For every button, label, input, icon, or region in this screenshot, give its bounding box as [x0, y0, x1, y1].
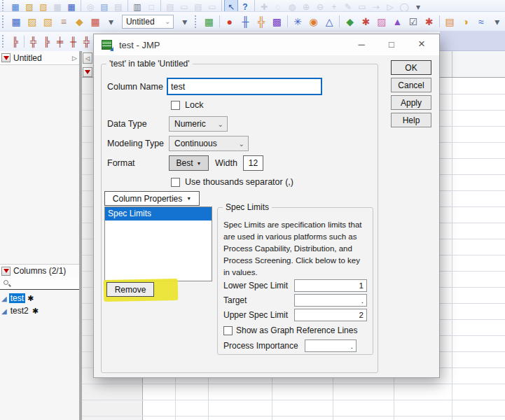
- panel-splitter[interactable]: [79, 51, 82, 420]
- surface-plot-icon[interactable]: ▨: [374, 13, 390, 30]
- layout-icon[interactable]: □: [144, 0, 158, 12]
- save-session-icon[interactable]: ◆: [71, 13, 88, 30]
- tabulate-icon[interactable]: ▤: [442, 13, 458, 30]
- continuous-column-icon: ◢: [1, 295, 7, 302]
- toolbar-overflow-icon[interactable]: ▾: [103, 13, 119, 30]
- annotate-tool-icon[interactable]: ▭: [355, 0, 369, 12]
- toolbar-overflow-icon[interactable]: ▾: [177, 13, 193, 30]
- doe-custom-design-icon[interactable]: ╠: [8, 34, 22, 49]
- pie-chart-icon[interactable]: ◑: [457, 13, 473, 30]
- open-script-icon[interactable]: ▨: [22, 0, 36, 12]
- ternary-plot-icon[interactable]: △: [321, 13, 338, 30]
- doe-screening-design-icon[interactable]: ╬: [27, 34, 40, 49]
- partition-icon[interactable]: ◆: [342, 13, 358, 30]
- brush-tool-icon[interactable]: ◍: [285, 0, 299, 12]
- paste-icon[interactable]: ▤: [111, 0, 125, 12]
- columns-red-triangle-button[interactable]: [1, 267, 11, 276]
- dialog-titlebar[interactable]: test - JMP ─□×: [94, 34, 439, 55]
- column-name: test2: [9, 306, 30, 316]
- new-data-table-icon[interactable]: ▦: [8, 0, 22, 12]
- copy-icon[interactable]: ▤: [97, 0, 111, 12]
- open-folder-icon[interactable]: ▧: [36, 0, 50, 12]
- toolbar-grip: [2, 35, 6, 48]
- column-list-item[interactable]: ◢test✱: [0, 292, 79, 304]
- append-window-icon[interactable]: ▭: [177, 0, 191, 12]
- thousands-separator-checkbox[interactable]: [171, 178, 180, 187]
- spec-limits-description: Spec Limits are specification limits tha…: [223, 219, 368, 279]
- toolbar-overflow-icon[interactable]: ▾: [411, 0, 425, 12]
- lock-checkbox[interactable]: [171, 101, 180, 110]
- new-journal-page-icon[interactable]: ▤: [191, 0, 205, 12]
- open-script-icon[interactable]: ▨: [25, 13, 41, 30]
- mixture-profiler-icon[interactable]: ▲: [389, 13, 406, 30]
- graph-builder-icon[interactable]: ●: [222, 13, 238, 30]
- maximize-button[interactable]: □: [381, 36, 402, 52]
- find-icon[interactable]: ◎: [83, 0, 97, 12]
- column-name-input[interactable]: [167, 78, 322, 95]
- data-grid-icon[interactable]: ▦: [88, 13, 104, 30]
- save-as-icon[interactable]: ▦: [64, 0, 78, 12]
- table-red-triangle-button[interactable]: [1, 53, 11, 62]
- upper-spec-limit-input[interactable]: [294, 309, 367, 321]
- graph-reference-lines-checkbox[interactable]: [223, 326, 233, 335]
- copy-window-icon[interactable]: ▤: [163, 0, 177, 12]
- cell-plot-icon[interactable]: ▩: [269, 13, 285, 30]
- lasso-tool-icon[interactable]: ◌: [271, 0, 285, 12]
- apply-button[interactable]: Apply: [391, 95, 431, 110]
- zoom-out-tool-icon[interactable]: ⊖: [313, 0, 327, 12]
- contour-profiler-icon[interactable]: ◉: [305, 13, 321, 30]
- arrow-cursor-icon[interactable]: ↖: [224, 0, 238, 12]
- disclosure-right-icon[interactable]: ▷: [72, 55, 77, 62]
- grabber-tool-icon[interactable]: ✚: [257, 0, 271, 12]
- crosshair-tool-icon[interactable]: +: [327, 0, 341, 12]
- blank-page-icon[interactable]: ▭: [205, 0, 219, 12]
- tile-windows-icon[interactable]: ▦: [201, 13, 217, 30]
- doe-taguchi-icon[interactable]: ╬: [80, 34, 93, 49]
- journal-icon[interactable]: ▥: [130, 0, 144, 12]
- column-list-item[interactable]: ◢test2✱: [0, 304, 79, 317]
- new-data-table-icon[interactable]: ▦: [8, 13, 25, 30]
- collapse-left-icon: ◁: [85, 55, 90, 62]
- control-chart-builder-icon[interactable]: ☑: [406, 13, 422, 30]
- help-button[interactable]: Help: [391, 113, 431, 127]
- fit-model-icon[interactable]: ✳: [290, 13, 306, 30]
- width-input[interactable]: [243, 155, 263, 171]
- table-combobox[interactable]: Untitled⌄: [122, 15, 174, 29]
- fit-curve-icon[interactable]: ≈: [473, 13, 490, 30]
- database-open-icon[interactable]: ≡: [56, 13, 72, 30]
- zoom-in-tool-icon[interactable]: ⊕: [299, 0, 313, 12]
- pencil-tool-icon[interactable]: ✎: [341, 0, 355, 12]
- data-type-dropdown[interactable]: Numeric ⌄: [169, 116, 228, 132]
- save-icon[interactable]: ▦: [50, 0, 64, 12]
- doe-full-factorial-icon[interactable]: ╠: [40, 34, 53, 49]
- fit-y-by-x-icon[interactable]: ╬: [254, 13, 270, 30]
- collapse-panel-button[interactable]: ◁: [83, 52, 92, 64]
- lower-spec-limit-input[interactable]: [294, 279, 367, 292]
- doe-mixture-design-icon[interactable]: ╪: [53, 34, 67, 49]
- toolbar-separator: [287, 15, 288, 27]
- column-properties-label: Column Properties: [113, 194, 182, 204]
- format-best-button[interactable]: Best ▼: [169, 155, 209, 171]
- polygon-tool-icon[interactable]: ▷: [383, 0, 397, 12]
- toolbar-overflow-icon[interactable]: ▾: [489, 13, 505, 30]
- target-input[interactable]: [294, 294, 367, 307]
- minimize-button[interactable]: ─: [351, 36, 372, 52]
- open-folder-icon[interactable]: ▧: [40, 13, 56, 30]
- variability-chart-icon[interactable]: ✱: [421, 13, 437, 30]
- rows-red-triangle-button[interactable]: [83, 67, 92, 77]
- close-button[interactable]: ×: [411, 36, 432, 52]
- property-list-item[interactable]: Spec Limits: [105, 207, 212, 220]
- remove-button[interactable]: Remove: [106, 282, 154, 297]
- column-properties-button[interactable]: Column Properties ▼: [104, 191, 200, 206]
- process-importance-input[interactable]: [305, 340, 357, 352]
- help-tool-icon[interactable]: ?: [238, 0, 252, 12]
- doe-response-surface-icon[interactable]: ╫: [67, 34, 80, 49]
- distribution-icon[interactable]: ╫: [237, 13, 254, 30]
- modeling-type-dropdown[interactable]: Continuous ⌄: [169, 136, 249, 151]
- ok-button[interactable]: OK: [391, 60, 431, 75]
- connector-tool-icon[interactable]: ⇢: [369, 0, 383, 12]
- cancel-button[interactable]: Cancel: [391, 78, 431, 92]
- oval-tool-icon[interactable]: ◯: [397, 0, 411, 12]
- columns-search-field[interactable]: [0, 277, 79, 290]
- time-series-icon[interactable]: ✱: [358, 13, 374, 30]
